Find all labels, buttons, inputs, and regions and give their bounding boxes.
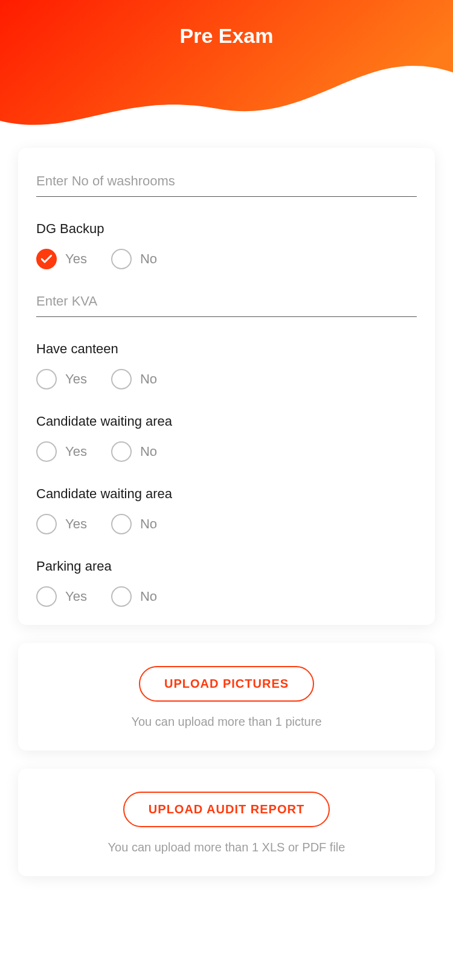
upload-pictures-card: UPLOAD PICTURES You can upload more than… bbox=[18, 643, 435, 751]
radio-empty-icon bbox=[111, 369, 132, 389]
waiting1-radio-group: Yes No bbox=[36, 441, 417, 462]
radio-label: Yes bbox=[65, 444, 87, 460]
dg-backup-radio-group: Yes No bbox=[36, 249, 417, 269]
radio-label: Yes bbox=[65, 589, 87, 604]
radio-label: Yes bbox=[65, 516, 87, 532]
radio-empty-icon bbox=[36, 369, 57, 389]
kva-input[interactable] bbox=[36, 286, 417, 317]
radio-empty-icon bbox=[36, 514, 57, 534]
parking-label: Parking area bbox=[36, 559, 417, 574]
radio-selected-icon bbox=[36, 249, 57, 269]
waiting2-label: Candidate waiting area bbox=[36, 486, 417, 502]
radio-empty-icon bbox=[111, 586, 132, 607]
form-card: DG Backup Yes No Have canteen Yes No bbox=[18, 148, 435, 625]
waiting1-no-option[interactable]: No bbox=[111, 441, 157, 462]
radio-label: No bbox=[140, 251, 157, 267]
waiting2-yes-option[interactable]: Yes bbox=[36, 514, 87, 534]
dg-backup-no-option[interactable]: No bbox=[111, 249, 157, 269]
radio-empty-icon bbox=[111, 441, 132, 462]
waiting1-yes-option[interactable]: Yes bbox=[36, 441, 87, 462]
parking-radio-group: Yes No bbox=[36, 586, 417, 607]
parking-yes-option[interactable]: Yes bbox=[36, 586, 87, 607]
page-title: Pre Exam bbox=[0, 24, 453, 48]
dg-backup-yes-option[interactable]: Yes bbox=[36, 249, 87, 269]
upload-pictures-button[interactable]: UPLOAD PICTURES bbox=[139, 666, 314, 702]
radio-label: No bbox=[140, 589, 157, 604]
radio-empty-icon bbox=[36, 586, 57, 607]
upload-pictures-hint: You can upload more than 1 picture bbox=[36, 715, 417, 729]
radio-label: No bbox=[140, 516, 157, 532]
parking-no-option[interactable]: No bbox=[111, 586, 157, 607]
radio-label: Yes bbox=[65, 371, 87, 387]
upload-report-hint: You can upload more than 1 XLS or PDF fi… bbox=[36, 841, 417, 854]
waiting2-no-option[interactable]: No bbox=[111, 514, 157, 534]
radio-label: No bbox=[140, 444, 157, 460]
upload-report-button[interactable]: UPLOAD AUDIT REPORT bbox=[123, 792, 330, 827]
canteen-radio-group: Yes No bbox=[36, 369, 417, 389]
radio-empty-icon bbox=[111, 514, 132, 534]
waiting1-label: Candidate waiting area bbox=[36, 414, 417, 429]
header-wave bbox=[0, 0, 453, 139]
waiting2-radio-group: Yes No bbox=[36, 514, 417, 534]
radio-label: Yes bbox=[65, 251, 87, 267]
radio-empty-icon bbox=[36, 441, 57, 462]
washrooms-input[interactable] bbox=[36, 166, 417, 197]
dg-backup-label: DG Backup bbox=[36, 221, 417, 237]
upload-report-card: UPLOAD AUDIT REPORT You can upload more … bbox=[18, 769, 435, 876]
canteen-no-option[interactable]: No bbox=[111, 369, 157, 389]
radio-empty-icon bbox=[111, 249, 132, 269]
canteen-label: Have canteen bbox=[36, 341, 417, 357]
radio-label: No bbox=[140, 371, 157, 387]
canteen-yes-option[interactable]: Yes bbox=[36, 369, 87, 389]
